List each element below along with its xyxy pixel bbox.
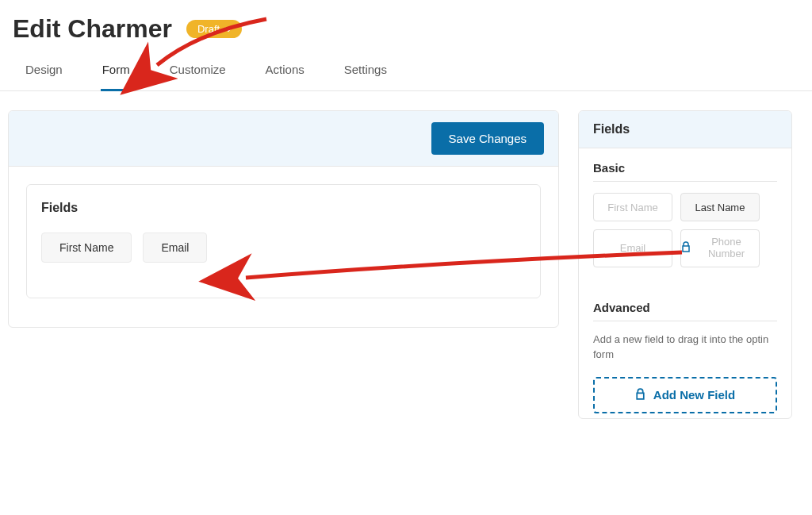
palette-email[interactable]: Email — [593, 229, 672, 267]
placed-field[interactable]: First Name — [41, 233, 132, 263]
tab-settings[interactable]: Settings — [343, 52, 389, 91]
status-pill[interactable]: Draft — [186, 20, 242, 38]
fields-panel: Fields Basic First Name Last Name Email … — [578, 110, 792, 419]
status-label: Draft — [197, 23, 220, 35]
advanced-fields-heading: Advanced — [593, 301, 777, 321]
tab-design[interactable]: Design — [24, 52, 64, 91]
save-button[interactable]: Save Changes — [431, 122, 544, 155]
lock-icon — [635, 388, 645, 402]
basic-fields-heading: Basic — [593, 161, 777, 182]
tab-form[interactable]: Form — [101, 52, 132, 91]
palette-phone-label: Phone Number — [694, 236, 759, 260]
fields-dropzone[interactable]: Fields First Name Email — [26, 184, 541, 298]
add-new-field-button[interactable]: Add New Field — [593, 377, 777, 413]
palette-last-name[interactable]: Last Name — [680, 193, 760, 221]
lock-icon — [681, 241, 691, 256]
page-title: Edit Charmer — [13, 14, 172, 44]
add-new-field-label: Add New Field — [653, 388, 735, 402]
fields-section-title: Fields — [41, 201, 526, 215]
advanced-hint: Add a new field to drag it into the opti… — [593, 332, 777, 363]
palette-phone-number[interactable]: Phone Number — [680, 229, 760, 267]
tab-customize[interactable]: Customize — [168, 52, 228, 91]
tab-actions[interactable]: Actions — [264, 52, 306, 91]
main-card: Save Changes Fields First Name Email — [8, 110, 559, 328]
fields-panel-title: Fields — [593, 122, 630, 136]
palette-first-name[interactable]: First Name — [593, 193, 672, 221]
placed-field[interactable]: Email — [143, 233, 207, 263]
tabs: Design Form Customize Actions Settings — [0, 52, 812, 91]
chevron-down-icon — [224, 25, 232, 33]
